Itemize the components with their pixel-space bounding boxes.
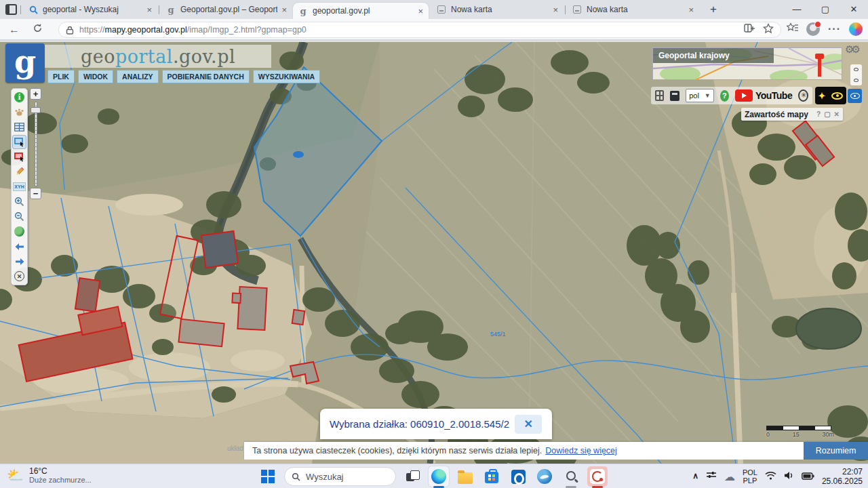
tab-geoportal-home[interactable]: g Geoportal.gov.pl – Geoportal Infr ×	[161, 0, 292, 19]
outlook-icon	[511, 470, 526, 484]
tab-close-icon[interactable]: ×	[553, 5, 558, 14]
weather-icon: ⛅	[7, 467, 24, 483]
help-icon[interactable]: ?	[720, 90, 729, 102]
tab-label: Nowa karta	[587, 5, 684, 14]
xyh-coordinates-tool[interactable]: XYH	[12, 180, 26, 194]
info-tool[interactable]: i	[12, 90, 26, 104]
geoportal-logo[interactable]: g	[5, 43, 45, 83]
cookie-more-link[interactable]: Dowiedz się więcej	[545, 446, 617, 455]
contrast-toggle[interactable]: ✦	[815, 87, 846, 104]
tab-close-icon[interactable]: ×	[688, 5, 694, 14]
url-text: https://mapy.geoportal.gov.pl/imap/Imgp_…	[79, 25, 307, 35]
next-view-tool[interactable]	[12, 254, 26, 268]
selected-parcel-popup: Wybrana działka: 060910_2.0018.545/2 ✕	[320, 409, 552, 439]
youtube-button[interactable]: YouTube	[735, 89, 792, 102]
volume-icon[interactable]	[784, 470, 794, 483]
taskbar-outlook-app[interactable]	[508, 466, 528, 487]
menu-widok[interactable]: WIDOK	[78, 70, 113, 83]
panel-restore-icon[interactable]: ▢	[824, 110, 830, 118]
tab-new-tab-2[interactable]: Nowa karta ×	[567, 0, 699, 19]
favorite-star-icon[interactable]	[763, 23, 774, 37]
battery-icon[interactable]	[802, 470, 814, 483]
panel-help-icon[interactable]: ?	[816, 110, 821, 118]
monitor-icon[interactable]	[670, 91, 679, 101]
menu-pobieranie-danych[interactable]: POBIERANIE DANYCH	[162, 70, 250, 83]
side-mini-buttons[interactable]	[850, 64, 862, 85]
onedrive-icon[interactable]: ☁	[724, 470, 735, 483]
clear-selection-tool[interactable]: ✕	[12, 269, 26, 283]
zoom-slider-handle[interactable]	[31, 107, 41, 113]
tab-close-icon[interactable]: ×	[281, 5, 287, 14]
scale-mid: 15	[793, 431, 800, 438]
gears-icon[interactable]: ⚙⚙	[845, 43, 858, 56]
refresh-icon[interactable]	[30, 22, 45, 37]
taskbar-weather-widget[interactable]: ⛅ 16°C Duże zachmurze...	[7, 466, 92, 484]
hidden-icons-chevron[interactable]: ∧	[692, 471, 698, 481]
tab-geoportal-search[interactable]: geoportal - Wyszukaj ×	[23, 0, 157, 19]
geoportal-favicon: g	[166, 5, 176, 14]
split-screen-icon[interactable]	[744, 23, 755, 37]
tab-label: geoportal.gov.pl	[313, 6, 414, 16]
store-icon	[485, 472, 498, 483]
taskbar-search-app[interactable]	[561, 466, 581, 487]
window-minimize-button[interactable]: —	[783, 0, 811, 19]
select-parcel-tool-active[interactable]	[12, 135, 26, 149]
cookie-accept-button[interactable]: Rozumiem	[804, 442, 868, 460]
menu-wyszukiwania[interactable]: WYSZUKIWANIA	[253, 70, 320, 83]
taskbar-search-box[interactable]: Wyszukaj	[284, 467, 396, 486]
map-contents-panel-header[interactable]: Zawartość mapy ? ▢ ✕	[741, 108, 843, 121]
new-tab-button[interactable]: +	[707, 3, 720, 16]
quick-settings-icon[interactable]	[706, 470, 717, 483]
taskbar-file-explorer-app[interactable]	[455, 466, 475, 487]
taskbar-clock[interactable]: 22:07 25.06.2025	[822, 467, 863, 486]
tab-actions-icon[interactable]	[5, 4, 17, 15]
map-contents-title: Zawartość mapy	[745, 110, 813, 119]
map-viewport[interactable]: 545/1 g geoportal.gov.pl PLIK WIDOK ANAL…	[0, 42, 868, 464]
back-icon[interactable]: ←	[7, 22, 22, 37]
profile-avatar[interactable]	[806, 22, 820, 36]
zoom-slider-track[interactable]	[35, 102, 37, 186]
task-view-button[interactable]	[402, 466, 422, 487]
tab-close-icon[interactable]: ×	[418, 7, 423, 16]
window-close-button[interactable]: ✕	[840, 0, 868, 19]
taskbar-recorder-app[interactable]	[587, 466, 608, 487]
task-view-icon	[406, 470, 418, 483]
lock-icon	[66, 26, 74, 35]
wifi-icon[interactable]	[765, 470, 776, 483]
taskbar-store-app[interactable]	[481, 466, 502, 487]
tab-close-icon[interactable]: ×	[146, 5, 152, 14]
language-indicator[interactable]: POLPLP	[743, 468, 757, 485]
draw-pencil-tool[interactable]	[12, 165, 26, 179]
browser-tab-bar: geoportal - Wyszukaj × g Geoportal.gov.p…	[0, 0, 868, 19]
taskbar-edge-app[interactable]	[429, 466, 449, 487]
zoom-out-button[interactable]: −	[30, 188, 41, 199]
previous-view-tool[interactable]	[12, 239, 26, 253]
overview-minimap[interactable]: Geoportal krajowy	[652, 47, 842, 80]
popup-close-icon[interactable]: ✕	[515, 415, 542, 434]
tab-geoportal-map-active[interactable]: g geoportal.gov.pl ×	[293, 3, 429, 19]
menu-analizy[interactable]: ANALIZY	[117, 70, 159, 83]
zoom-in-button[interactable]: +	[30, 88, 41, 100]
browser-menu-icon[interactable]: ···	[828, 23, 841, 35]
zoom-in-tool[interactable]	[12, 195, 26, 209]
favorites-bar-icon[interactable]	[787, 22, 798, 36]
language-select[interactable]: pol▼	[686, 89, 714, 102]
legend-grid-icon[interactable]	[655, 90, 664, 101]
edge-icon	[431, 469, 446, 484]
panel-close-icon[interactable]: ✕	[834, 110, 840, 118]
window-maximize-button[interactable]: ▢	[811, 0, 840, 19]
select-red-tool[interactable]	[12, 150, 26, 164]
settings-wheel-icon[interactable]	[798, 89, 808, 102]
full-extent-tool[interactable]	[12, 224, 26, 239]
menu-plik[interactable]: PLIK	[47, 70, 75, 83]
start-button[interactable]	[258, 466, 278, 487]
taskbar-browser-app[interactable]	[534, 466, 555, 487]
copilot-icon[interactable]	[849, 22, 863, 36]
tab-new-tab-1[interactable]: Nowa karta ×	[431, 0, 564, 19]
attribute-table-tool[interactable]	[12, 120, 26, 134]
url-field[interactable]: https://mapy.geoportal.gov.pl/imap/Imgp_…	[58, 22, 781, 38]
cookie-banner: Ta strona używa ciasteczek (cookies), dz…	[244, 442, 868, 460]
paw-tool[interactable]	[12, 105, 26, 119]
visibility-toggle[interactable]	[848, 89, 862, 103]
zoom-out-tool[interactable]	[12, 209, 26, 224]
